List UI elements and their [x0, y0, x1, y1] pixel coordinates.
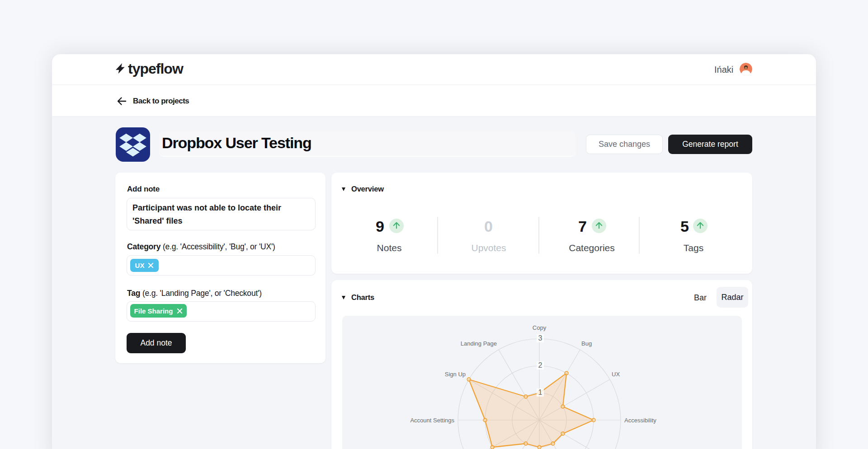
- svg-text:1: 1: [538, 388, 542, 396]
- svg-text:Accessibility: Accessibility: [624, 417, 656, 424]
- svg-text:Copy: Copy: [533, 324, 547, 331]
- svg-text:3: 3: [538, 334, 542, 342]
- svg-text:UX: UX: [612, 371, 620, 378]
- svg-text:2: 2: [538, 361, 542, 369]
- svg-text:Bug: Bug: [581, 340, 592, 347]
- svg-text:Sign Up: Sign Up: [445, 371, 466, 378]
- svg-text:Landing Page: Landing Page: [461, 340, 497, 347]
- svg-text:Account Settings: Account Settings: [410, 417, 454, 424]
